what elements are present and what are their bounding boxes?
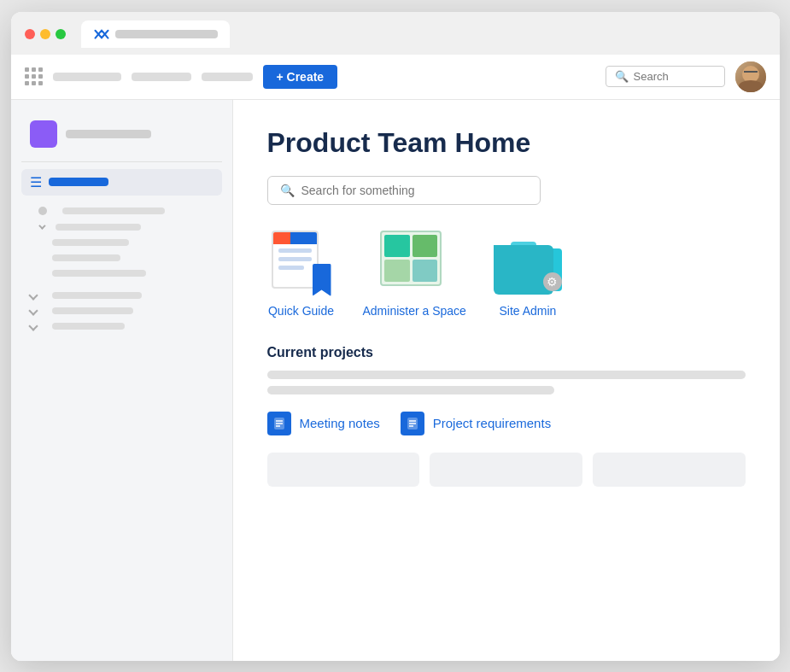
bottom-card-1 [267, 453, 420, 487]
site-admin-label: Site Admin [499, 304, 556, 318]
sidebar-nav-pages[interactable]: ☰ [21, 169, 222, 196]
current-projects-title: Current projects [267, 345, 746, 360]
maximize-button[interactable] [56, 29, 66, 39]
page-search-bar[interactable]: 🔍 [267, 176, 541, 205]
sidebar-item-bar-4 [52, 254, 120, 261]
apps-grid-icon[interactable] [25, 67, 43, 85]
nav-placeholder-2 [132, 73, 191, 81]
admin-space-icon [380, 229, 448, 297]
space-label [66, 130, 151, 138]
traffic-lights [25, 29, 66, 39]
nav-pages-label [49, 178, 108, 186]
meeting-notes-doc-icon [267, 412, 291, 435]
sidebar-row-8[interactable] [21, 318, 222, 334]
minimize-button[interactable] [40, 29, 50, 39]
progress-bar-2 [267, 386, 554, 394]
browser-chrome [11, 12, 780, 55]
sidebar-item-bar-3 [52, 239, 129, 246]
doc-link-project-requirements[interactable]: Project requirements [401, 412, 551, 435]
quick-links-section: Quick Guide Admi [267, 229, 746, 318]
doc-links: Meeting notes Project requirements [267, 412, 746, 435]
sidebar-row-7[interactable] [21, 303, 222, 318]
sidebar-row-5[interactable] [30, 266, 222, 281]
sidebar: ☰ [11, 100, 233, 661]
admin-space-label: Administer a Space [363, 304, 466, 318]
sidebar-item-bar-2 [56, 224, 141, 231]
quick-link-site-admin[interactable]: ⚙ Site Admin [494, 229, 562, 318]
sidebar-item-bar-1 [62, 207, 165, 214]
global-search-bar[interactable]: 🔍 [606, 66, 725, 87]
project-req-doc-icon [401, 412, 424, 435]
chevron-right-icon-3 [28, 321, 38, 330]
sidebar-row-4[interactable] [30, 250, 222, 266]
quick-link-admin-space[interactable]: Administer a Space [363, 229, 466, 318]
bottom-cards [267, 453, 746, 487]
sidebar-sub-section [21, 202, 222, 334]
sidebar-row-3[interactable] [30, 235, 222, 250]
quick-guide-label: Quick Guide [268, 304, 334, 318]
sidebar-item-bar-7 [52, 307, 133, 314]
gear-icon: ⚙ [543, 272, 562, 291]
page-title: Product Team Home [267, 127, 746, 159]
space-icon [30, 120, 57, 148]
main-content: Product Team Home 🔍 [233, 100, 780, 661]
toolbar: + Create 🔍 [11, 55, 780, 100]
project-requirements-label: Project requirements [433, 416, 551, 430]
sidebar-row-6[interactable] [21, 288, 222, 303]
progress-bar-1 [267, 371, 746, 379]
sidebar-item-bar-6 [52, 292, 142, 299]
search-icon: 🔍 [615, 70, 629, 83]
browser-tab[interactable] [81, 20, 230, 48]
chevron-down-icon-1 [38, 222, 45, 229]
sidebar-space-item[interactable] [21, 114, 222, 155]
nav-placeholder-3 [202, 73, 253, 81]
page-search-icon: 🔍 [280, 184, 295, 197]
sidebar-divider [21, 161, 222, 162]
close-button[interactable] [25, 29, 35, 39]
bottom-card-2 [430, 453, 582, 487]
tab-title [115, 30, 218, 38]
sidebar-item-bar-5 [52, 270, 146, 277]
app-body: ☰ [11, 100, 780, 661]
avatar[interactable] [735, 61, 766, 92]
bottom-card-3 [593, 453, 746, 487]
meeting-notes-label: Meeting notes [300, 416, 380, 430]
quick-guide-icon [267, 229, 336, 297]
progress-bars [267, 371, 746, 394]
browser-top-bar [25, 20, 766, 48]
sidebar-row-2[interactable] [30, 219, 222, 235]
doc-link-meeting-notes[interactable]: Meeting notes [267, 412, 380, 435]
sidebar-item-bar-8 [52, 323, 125, 330]
sidebar-row-1[interactable] [21, 202, 222, 219]
pages-icon: ☰ [30, 174, 42, 190]
chevron-right-icon-1 [28, 290, 38, 300]
chevron-right-icon-2 [28, 306, 38, 315]
quick-link-quick-guide[interactable]: Quick Guide [267, 229, 336, 318]
create-button[interactable]: + Create [263, 65, 338, 89]
sidebar-bullet-1 [38, 207, 47, 215]
global-search-input[interactable] [634, 70, 719, 83]
confluence-logo-icon [93, 26, 110, 43]
page-search-input[interactable] [301, 184, 524, 197]
browser-window: + Create 🔍 ☰ [11, 12, 780, 661]
nav-placeholder-1 [53, 73, 121, 81]
site-admin-icon: ⚙ [494, 229, 562, 297]
